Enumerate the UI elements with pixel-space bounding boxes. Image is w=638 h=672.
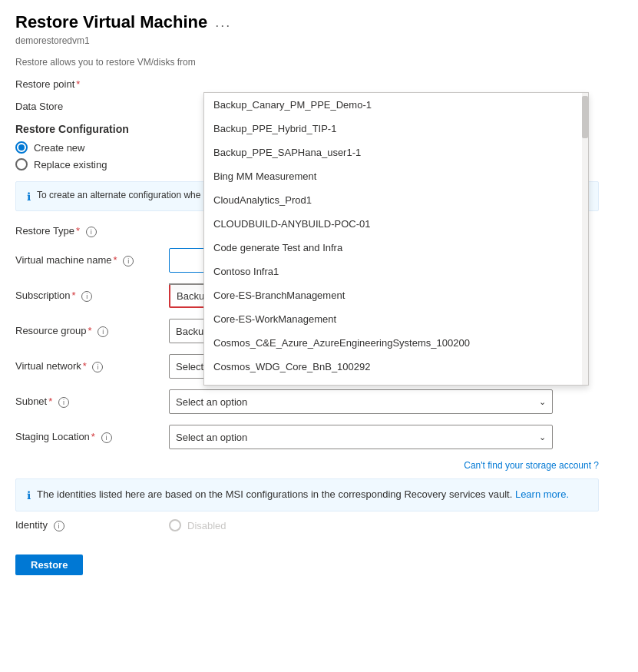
subnet-label: Subnet* i (15, 396, 169, 408)
dropdown-item[interactable]: Cosmos_WDG_Core_BnB_100292 (204, 355, 588, 379)
dropdown-scroll-area: Backup_Canary_PM_PPE_Demo-1Backup_PPE_Hy… (204, 93, 588, 385)
cant-find-storage-link[interactable]: Can't find your storage account ? (15, 460, 599, 471)
restore-point-label: Restore point* (15, 78, 169, 90)
dropdown-item[interactable]: Cosmos_C&E_Azure_AzureEngineeringSystems… (204, 331, 588, 355)
subnet-placeholder: Select an option (176, 396, 247, 408)
info-banner-icon: ℹ (27, 190, 31, 203)
learn-more-link[interactable]: Learn more. (515, 488, 569, 500)
subnet-chevron: ⌄ (539, 397, 546, 407)
restore-button[interactable]: Restore (15, 554, 83, 575)
dropdown-item[interactable]: CLOUDBUILD-ANYBUILD-POC-01 (204, 212, 588, 236)
vm-name-label: Virtual machine name* i (15, 254, 169, 266)
vm-subtitle: demorestoredvm1 (15, 35, 623, 46)
staging-location-chevron: ⌄ (539, 432, 546, 442)
identity-disabled-indicator: Disabled (169, 519, 226, 531)
subscription-open-dropdown: Backup_Canary_PM_PPE_Demo-1Backup_PPE_Hy… (203, 92, 589, 386)
staging-location-dropdown[interactable]: Select an option ⌄ (169, 425, 553, 449)
identity-info-icon[interactable]: i (54, 521, 64, 531)
dropdown-item[interactable]: Backup_PPE_SAPHana_user1-1 (204, 141, 588, 164)
dropdown-item[interactable]: CloudAnalytics_Prod1 (204, 188, 588, 212)
identity-disabled-text: Disabled (187, 520, 226, 531)
scrollbar-thumb[interactable] (582, 96, 588, 138)
info-banner-text: To create an alternate configuration whe (37, 190, 200, 200)
dropdown-item[interactable]: Backup_Canary_PM_PPE_Demo-1 (204, 93, 588, 117)
subscription-info-icon[interactable]: i (81, 291, 92, 302)
scrollbar-track (582, 93, 588, 385)
restore-type-label: Restore Type* i (15, 225, 169, 237)
page-description: Restore allows you to restore VM/disks f… (15, 57, 623, 68)
radio-create-new-circle[interactable] (15, 141, 28, 154)
dropdown-item[interactable]: Core-ES-WorkManagement (204, 307, 588, 331)
dropdown-item[interactable]: CRM-DEVTEST-Efun-IDC (204, 379, 588, 385)
bottom-banner-text: The identities listed here are based on … (37, 488, 569, 500)
identity-radio-disabled (169, 519, 181, 531)
resource-group-label: Resource group* i (15, 325, 169, 337)
resource-group-info-icon[interactable]: i (98, 326, 108, 337)
vm-name-info-icon[interactable]: i (123, 256, 134, 266)
radio-replace-existing-label: Replace existing (34, 159, 107, 170)
radio-replace-existing-circle[interactable] (15, 158, 28, 170)
page-title: Restore Virtual Machine (15, 12, 207, 32)
staging-location-info-icon[interactable]: i (101, 432, 112, 443)
ellipsis-menu[interactable]: ... (215, 15, 231, 31)
dropdown-item[interactable]: Backup_PPE_Hybrid_TIP-1 (204, 117, 588, 141)
subscription-label: Subscription* i (15, 290, 169, 302)
subnet-info-icon[interactable]: i (58, 397, 69, 408)
dropdown-item[interactable]: Contoso Infra1 (204, 260, 588, 283)
dropdown-item[interactable]: Core-ES-BranchManagement (204, 283, 588, 307)
staging-location-placeholder: Select an option (176, 432, 247, 443)
virtual-network-label: Virtual network* i (15, 360, 169, 372)
identity-label: Identity i (15, 519, 169, 531)
staging-location-label: Staging Location* i (15, 431, 169, 443)
bottom-banner-icon: ℹ (27, 489, 31, 502)
virtual-network-info-icon[interactable]: i (92, 362, 103, 372)
dropdown-item[interactable]: Bing MM Measurement (204, 164, 588, 188)
restore-type-info-icon[interactable]: i (86, 227, 97, 237)
dropdown-item[interactable]: Code generate Test and Infra (204, 236, 588, 260)
bottom-info-banner: ℹ The identities listed here are based o… (15, 478, 599, 511)
data-store-label: Data Store (15, 101, 169, 112)
radio-create-new-label: Create new (34, 142, 84, 154)
subnet-dropdown[interactable]: Select an option ⌄ (169, 389, 553, 414)
